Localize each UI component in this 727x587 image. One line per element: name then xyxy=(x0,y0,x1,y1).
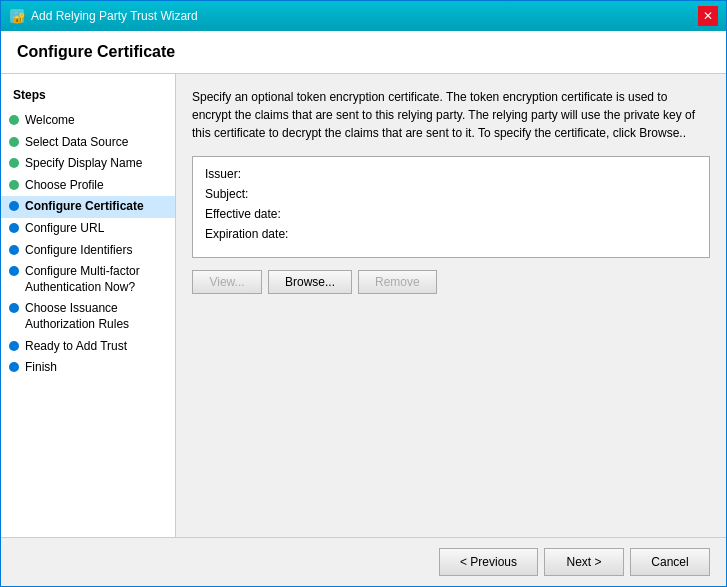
step-dot-select-data-source xyxy=(9,137,19,147)
sidebar-item-configure-url[interactable]: Configure URL xyxy=(1,218,175,240)
sidebar-label-configure-url: Configure URL xyxy=(25,221,104,237)
sidebar-item-configure-multifactor[interactable]: Configure Multi-factor Authentication No… xyxy=(1,261,175,298)
sidebar-item-select-data-source[interactable]: Select Data Source xyxy=(1,132,175,154)
cert-effective-date-row: Effective date: xyxy=(205,207,697,221)
cert-issuer-label: Issuer: xyxy=(205,167,315,181)
sidebar-item-choose-issuance[interactable]: Choose Issuance Authorization Rules xyxy=(1,298,175,335)
sidebar-item-choose-profile[interactable]: Choose Profile xyxy=(1,175,175,197)
description-text: Specify an optional token encryption cer… xyxy=(192,88,710,142)
sidebar-label-ready-to-add: Ready to Add Trust xyxy=(25,339,127,355)
sidebar-item-finish[interactable]: Finish xyxy=(1,357,175,379)
cancel-button[interactable]: Cancel xyxy=(630,548,710,576)
sidebar-label-specify-display-name: Specify Display Name xyxy=(25,156,142,172)
sidebar-title: Steps xyxy=(1,84,175,110)
sidebar-label-welcome: Welcome xyxy=(25,113,75,129)
next-button[interactable]: Next > xyxy=(544,548,624,576)
step-dot-choose-issuance xyxy=(9,303,19,313)
sidebar-label-configure-identifiers: Configure Identifiers xyxy=(25,243,132,259)
window-title: Add Relying Party Trust Wizard xyxy=(31,9,198,23)
cert-issuer-row: Issuer: xyxy=(205,167,697,181)
close-button[interactable]: ✕ xyxy=(698,6,718,26)
main-content: Specify an optional token encryption cer… xyxy=(176,74,726,537)
sidebar-item-specify-display-name[interactable]: Specify Display Name xyxy=(1,153,175,175)
cert-button-row: View... Browse... Remove xyxy=(192,270,710,294)
browse-button[interactable]: Browse... xyxy=(268,270,352,294)
cert-expiration-date-label: Expiration date: xyxy=(205,227,315,241)
step-dot-configure-url xyxy=(9,223,19,233)
footer: < Previous Next > Cancel xyxy=(1,537,726,586)
step-dot-ready-to-add xyxy=(9,341,19,351)
step-dot-welcome xyxy=(9,115,19,125)
sidebar-label-select-data-source: Select Data Source xyxy=(25,135,128,151)
step-dot-choose-profile xyxy=(9,180,19,190)
page-header: Configure Certificate xyxy=(1,31,726,74)
remove-button[interactable]: Remove xyxy=(358,270,437,294)
cert-effective-date-label: Effective date: xyxy=(205,207,315,221)
sidebar-label-choose-issuance: Choose Issuance Authorization Rules xyxy=(25,301,167,332)
step-dot-finish xyxy=(9,362,19,372)
page-heading: Configure Certificate xyxy=(17,43,710,61)
sidebar-item-ready-to-add[interactable]: Ready to Add Trust xyxy=(1,336,175,358)
app-icon: 🔐 xyxy=(9,8,25,24)
sidebar: Steps Welcome Select Data Source Specify… xyxy=(1,74,176,537)
sidebar-label-configure-certificate: Configure Certificate xyxy=(25,199,144,215)
svg-text:🔐: 🔐 xyxy=(12,10,25,24)
step-dot-configure-certificate xyxy=(9,201,19,211)
sidebar-label-choose-profile: Choose Profile xyxy=(25,178,104,194)
previous-button[interactable]: < Previous xyxy=(439,548,538,576)
cert-subject-label: Subject: xyxy=(205,187,315,201)
main-window: 🔐 Add Relying Party Trust Wizard ✕ Confi… xyxy=(0,0,727,587)
content-area: Steps Welcome Select Data Source Specify… xyxy=(1,74,726,537)
sidebar-item-welcome[interactable]: Welcome xyxy=(1,110,175,132)
certificate-box: Issuer: Subject: Effective date: Expirat… xyxy=(192,156,710,258)
sidebar-item-configure-identifiers[interactable]: Configure Identifiers xyxy=(1,240,175,262)
titlebar-left: 🔐 Add Relying Party Trust Wizard xyxy=(9,8,198,24)
sidebar-item-configure-certificate[interactable]: Configure Certificate xyxy=(1,196,175,218)
titlebar: 🔐 Add Relying Party Trust Wizard ✕ xyxy=(1,1,726,31)
step-dot-specify-display-name xyxy=(9,158,19,168)
step-dot-configure-identifiers xyxy=(9,245,19,255)
cert-subject-row: Subject: xyxy=(205,187,697,201)
step-dot-configure-multifactor xyxy=(9,266,19,276)
cert-expiration-date-row: Expiration date: xyxy=(205,227,697,241)
sidebar-label-finish: Finish xyxy=(25,360,57,376)
view-button[interactable]: View... xyxy=(192,270,262,294)
sidebar-label-configure-multifactor: Configure Multi-factor Authentication No… xyxy=(25,264,167,295)
